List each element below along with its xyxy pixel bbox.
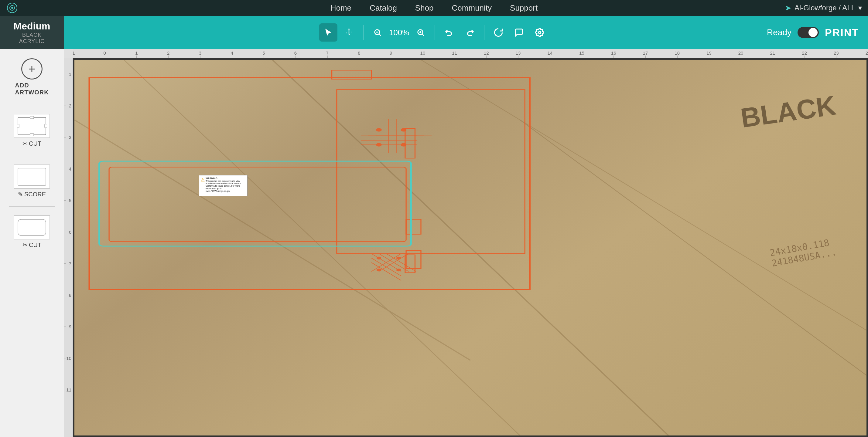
ruler-left-mark: 4 xyxy=(69,166,71,171)
layer-2-thumb xyxy=(14,165,50,189)
chat-button[interactable] xyxy=(510,23,528,41)
divider-2 xyxy=(435,25,435,40)
nav-community[interactable]: Community xyxy=(452,3,492,13)
ruler-top-mark: 9 xyxy=(390,51,392,56)
layer-3-thumb xyxy=(14,215,50,239)
ruler-top-mark: 23 xyxy=(834,51,839,56)
svg-rect-15 xyxy=(44,124,47,128)
send-icon: ➤ xyxy=(785,3,792,13)
ruler-top-mark: 24 xyxy=(866,51,868,56)
undo-button[interactable] xyxy=(440,23,458,41)
zoom-out-button[interactable] xyxy=(368,23,386,41)
svg-rect-11 xyxy=(18,117,46,135)
ruler-top-mark: 5 xyxy=(262,51,265,56)
svg-point-51 xyxy=(397,269,401,271)
sidebar-divider-3 xyxy=(9,206,55,207)
layer-3[interactable]: ✂ CUT xyxy=(3,213,61,251)
rotate-button[interactable] xyxy=(489,23,507,41)
ruler-top-mark: 8 xyxy=(358,51,360,56)
layer-1-thumb xyxy=(14,114,50,138)
zoom-level: 100% xyxy=(389,28,409,37)
toolbar-left: 100% xyxy=(319,23,549,41)
ruler-top-mark: 0 xyxy=(103,51,106,56)
nav-home[interactable]: Home xyxy=(331,3,351,13)
sidebar-divider-1 xyxy=(9,105,55,105)
cut-outlines-svg xyxy=(74,60,866,435)
ruler-top-mark: 1 xyxy=(135,51,137,56)
ruler-left-mark: 6 xyxy=(69,229,71,235)
cut-icon-3: ✂ xyxy=(23,241,28,248)
toolbar-right: Ready PRINT xyxy=(767,27,859,38)
material-panel[interactable]: Medium BLACK ACRYLIC xyxy=(0,16,64,49)
material-type-line2: ACRYLIC xyxy=(14,38,51,45)
svg-rect-29 xyxy=(109,167,406,242)
svg-line-32 xyxy=(376,119,432,153)
cut-icon-1: ✂ xyxy=(23,140,28,147)
print-toggle[interactable] xyxy=(798,27,819,38)
svg-rect-14 xyxy=(17,124,19,128)
select-tool-button[interactable] xyxy=(319,23,337,41)
add-artwork-label: ADDARTWORK xyxy=(15,82,49,96)
ruler-top-mark: 2 xyxy=(167,51,169,56)
material-size: Medium xyxy=(14,21,51,32)
ruler-top-mark: 4 xyxy=(230,51,233,56)
svg-rect-12 xyxy=(30,116,34,119)
ruler-top-mark: 18 xyxy=(675,51,680,56)
user-area[interactable]: ➤ Al-Glowforge / AI L ▾ xyxy=(785,3,862,13)
print-button[interactable]: PRINT xyxy=(825,27,859,38)
ruler-top-mark: -1 xyxy=(73,51,75,56)
sidebar-divider-2 xyxy=(9,156,55,156)
ruler-top-mark: 22 xyxy=(802,51,807,56)
divider-3 xyxy=(484,25,485,40)
ruler-top-mark: 15 xyxy=(579,51,584,56)
logo[interactable] xyxy=(6,2,18,14)
nav-links: Home Catalog Shop Community Support xyxy=(331,3,537,13)
svg-line-45 xyxy=(371,263,401,280)
nav-shop[interactable]: Shop xyxy=(415,3,434,13)
nav-catalog[interactable]: Catalog xyxy=(370,3,397,13)
zoom-in-button[interactable] xyxy=(411,23,430,41)
layer-2[interactable]: ✎ SCORE xyxy=(3,162,61,200)
settings-button[interactable] xyxy=(531,23,549,41)
ruler-left-mark: 7 xyxy=(69,261,71,266)
ruler-top-mark: 13 xyxy=(516,51,521,56)
svg-rect-17 xyxy=(18,220,46,235)
svg-rect-25 xyxy=(337,90,525,254)
material-type-line1: BLACK xyxy=(14,32,51,38)
ruler-top-mark: 10 xyxy=(420,51,426,56)
svg-point-48 xyxy=(377,257,381,259)
svg-point-37 xyxy=(376,128,381,131)
ruler-top-mark: 6 xyxy=(294,51,297,56)
user-name: Al-Glowforge / AI L xyxy=(795,4,855,12)
layer-3-label: ✂ CUT xyxy=(23,241,41,248)
toggle-knob xyxy=(808,28,817,37)
ruler-top-mark: 21 xyxy=(770,51,775,56)
layer-2-type: SCORE xyxy=(24,191,46,198)
ruler-left-mark: 5 xyxy=(69,198,71,203)
nav-support[interactable]: Support xyxy=(510,3,537,13)
ruler-top-mark: 12 xyxy=(484,51,489,56)
canvas-area[interactable]: BLACK 24x18x0.118241848USA... ⚠ WARNING:… xyxy=(73,58,868,437)
ruler-top-mark: 3 xyxy=(199,51,202,56)
svg-line-1 xyxy=(379,34,380,35)
svg-rect-23 xyxy=(89,78,530,290)
ruler-top-mark: 11 xyxy=(452,51,457,56)
ruler-top-mark: 19 xyxy=(706,51,712,56)
top-nav: Home Catalog Shop Community Support ➤ Al… xyxy=(0,0,868,16)
score-icon: ✎ xyxy=(18,191,23,198)
divider-1 xyxy=(363,25,364,40)
svg-rect-16 xyxy=(18,168,46,186)
pan-tool-button[interactable] xyxy=(340,23,358,41)
svg-rect-28 xyxy=(99,161,411,246)
add-artwork-icon: + xyxy=(21,58,42,79)
svg-rect-27 xyxy=(406,251,421,269)
zoom-area: 100% xyxy=(389,28,409,37)
ruler-top-mark: 16 xyxy=(611,51,616,56)
svg-rect-13 xyxy=(30,134,34,136)
ruler-top-mark: 7 xyxy=(326,51,329,56)
add-artwork-button[interactable]: + ADDARTWORK xyxy=(12,55,52,99)
layer-3-type: CUT xyxy=(29,242,41,248)
redo-button[interactable] xyxy=(461,23,479,41)
layer-1[interactable]: ✂ CUT xyxy=(3,111,61,149)
svg-rect-26 xyxy=(406,220,421,234)
